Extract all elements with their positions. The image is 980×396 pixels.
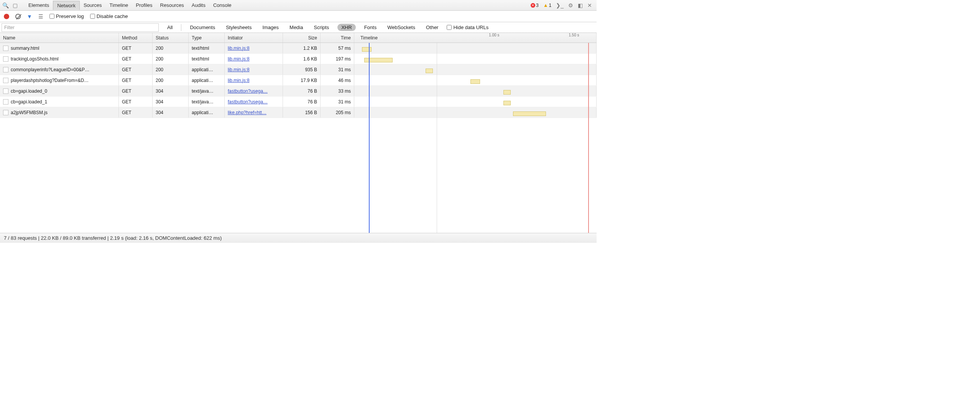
- cell-size: 17.9 KB: [301, 78, 317, 83]
- tab-elements[interactable]: Elements: [25, 1, 53, 10]
- preserve-log-checkbox[interactable]: Preserve log: [49, 13, 84, 19]
- cell-size: 935 B: [305, 67, 317, 72]
- tab-sources[interactable]: Sources: [80, 1, 106, 10]
- filter-input[interactable]: [2, 23, 159, 32]
- table-body: summary.html GET 200 text/html lib.min.j…: [0, 43, 597, 233]
- cell-name: commonplayerinfo?LeagueID=00&P…: [11, 67, 89, 72]
- cell-method: GET: [122, 67, 132, 72]
- warning-icon: ▲: [543, 2, 548, 8]
- network-toolbar: ▼ ☰ Preserve log Disable cache: [0, 11, 597, 22]
- col-header-type[interactable]: Type: [189, 33, 225, 43]
- cell-initiator[interactable]: lib.min.js:8: [228, 78, 250, 83]
- tab-timeline[interactable]: Timeline: [106, 1, 132, 10]
- cell-time: 197 ms: [336, 56, 351, 62]
- table-row[interactable]: playerdashptshotlog?DateFrom=&D… GET 200…: [0, 75, 597, 86]
- cell-method: GET: [122, 99, 132, 105]
- filter-scripts[interactable]: Scripts: [311, 24, 331, 31]
- cell-status: 200: [156, 46, 163, 51]
- col-header-status[interactable]: Status: [153, 33, 189, 43]
- preserve-log-input[interactable]: [49, 14, 54, 19]
- cell-status: 304: [156, 110, 163, 115]
- cell-method: GET: [122, 46, 132, 51]
- tab-profiles[interactable]: Profiles: [132, 1, 156, 10]
- table-row[interactable]: summary.html GET 200 text/html lib.min.j…: [0, 43, 597, 54]
- filter-images[interactable]: Images: [260, 24, 281, 31]
- cell-size: 1.2 KB: [303, 46, 317, 51]
- cell-size: 156 B: [305, 110, 317, 115]
- errors-badge[interactable]: ✕ 3: [531, 3, 539, 8]
- filter-stylesheets[interactable]: Stylesheets: [224, 24, 254, 31]
- col-header-method[interactable]: Method: [119, 33, 153, 43]
- tab-console[interactable]: Console: [209, 1, 235, 10]
- file-icon: [3, 110, 8, 115]
- close-icon[interactable]: ✕: [587, 2, 592, 8]
- cell-initiator[interactable]: fastbutton?usega…: [228, 88, 268, 94]
- filter-xhr[interactable]: XHR: [337, 24, 355, 31]
- table-row[interactable]: a2jpW5FMBSM.js GET 304 applicati… like.p…: [0, 107, 597, 118]
- col-header-name[interactable]: Name: [0, 33, 119, 43]
- tab-resources[interactable]: Resources: [156, 1, 188, 10]
- filter-fonts[interactable]: Fonts: [362, 24, 379, 31]
- device-icon[interactable]: ▢: [13, 2, 18, 8]
- cell-initiator[interactable]: lib.min.js:8: [228, 56, 250, 62]
- filter-all[interactable]: All: [165, 24, 175, 31]
- file-icon: [3, 99, 8, 105]
- cell-name: trackingLogsShots.html: [11, 56, 59, 62]
- clear-button[interactable]: [15, 14, 21, 19]
- disable-cache-input[interactable]: [90, 14, 95, 19]
- settings-icon[interactable]: ⚙: [568, 2, 573, 8]
- disable-cache-checkbox[interactable]: Disable cache: [90, 13, 128, 19]
- table-row[interactable]: commonplayerinfo?LeagueID=00&P… GET 200 …: [0, 64, 597, 75]
- filter-bar: AllDocumentsStylesheetsImagesMediaScript…: [0, 22, 597, 33]
- cell-initiator[interactable]: lib.min.js:8: [228, 46, 250, 51]
- hide-data-urls-input[interactable]: [447, 25, 452, 30]
- error-icon: ✕: [531, 3, 535, 8]
- cell-time: 33 ms: [338, 88, 351, 94]
- file-icon: [3, 56, 8, 62]
- hide-data-urls-label: Hide data URLs: [453, 25, 488, 30]
- warnings-badge[interactable]: ▲ 1: [543, 2, 552, 8]
- cell-initiator[interactable]: like.php?href=htt…: [228, 110, 266, 115]
- table-row[interactable]: trackingLogsShots.html GET 200 text/html…: [0, 54, 597, 64]
- cell-type: applicati…: [192, 67, 213, 72]
- tab-network[interactable]: Network: [53, 1, 80, 10]
- filter-media[interactable]: Media: [287, 24, 305, 31]
- filter-documents[interactable]: Documents: [187, 24, 217, 31]
- cell-initiator[interactable]: lib.min.js:8: [228, 67, 250, 72]
- table-row[interactable]: cb=gapi.loaded_1 GET 304 text/java… fast…: [0, 97, 597, 107]
- cell-name: playerdashptshotlog?DateFrom=&D…: [11, 78, 89, 83]
- hide-data-urls-checkbox[interactable]: Hide data URLs: [447, 25, 488, 30]
- table-row[interactable]: cb=gapi.loaded_0 GET 304 text/java… fast…: [0, 86, 597, 97]
- errors-count: 3: [536, 3, 539, 8]
- cell-time: 46 ms: [338, 78, 351, 83]
- col-header-size[interactable]: Size: [283, 33, 321, 43]
- cell-name: summary.html: [11, 46, 39, 51]
- search-icon[interactable]: 🔍: [2, 2, 9, 8]
- file-icon: [3, 88, 8, 94]
- tab-audits[interactable]: Audits: [188, 1, 209, 10]
- col-header-timeline[interactable]: Timeline 1.00 s 1.50 s: [354, 33, 597, 43]
- timing-bar: [470, 79, 480, 84]
- drawer-icon[interactable]: ❯_: [556, 2, 564, 8]
- record-button[interactable]: [4, 14, 9, 19]
- cell-method: GET: [122, 78, 132, 83]
- col-header-time[interactable]: Time: [321, 33, 354, 43]
- filter-icon[interactable]: ▼: [27, 13, 32, 20]
- cell-name: cb=gapi.loaded_1: [11, 99, 47, 105]
- cell-initiator[interactable]: fastbutton?usega…: [228, 99, 268, 105]
- filter-separator: [181, 24, 181, 31]
- timing-bar: [513, 111, 546, 116]
- cell-type: text/java…: [192, 88, 214, 94]
- filter-other[interactable]: Other: [424, 24, 441, 31]
- cell-status: 200: [156, 67, 163, 72]
- filter-websockets[interactable]: WebSockets: [385, 24, 418, 31]
- cell-status: 304: [156, 99, 163, 105]
- warnings-count: 1: [549, 3, 552, 8]
- dock-icon[interactable]: ◧: [578, 2, 583, 8]
- cell-method: GET: [122, 88, 132, 94]
- overview-icon[interactable]: ☰: [38, 13, 43, 20]
- cell-status: 200: [156, 78, 163, 83]
- col-header-initiator[interactable]: Initiator: [225, 33, 283, 43]
- preserve-log-label: Preserve log: [56, 13, 84, 19]
- file-icon: [3, 46, 8, 51]
